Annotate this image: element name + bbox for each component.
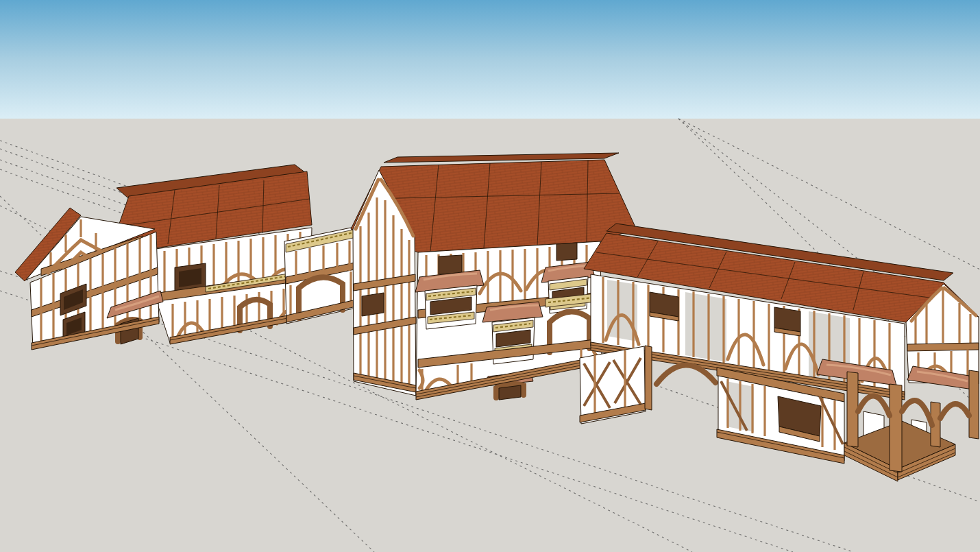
- viewport-3d[interactable]: [0, 0, 980, 552]
- building-gallery-block[interactable]: [284, 226, 359, 324]
- sky: [0, 0, 980, 119]
